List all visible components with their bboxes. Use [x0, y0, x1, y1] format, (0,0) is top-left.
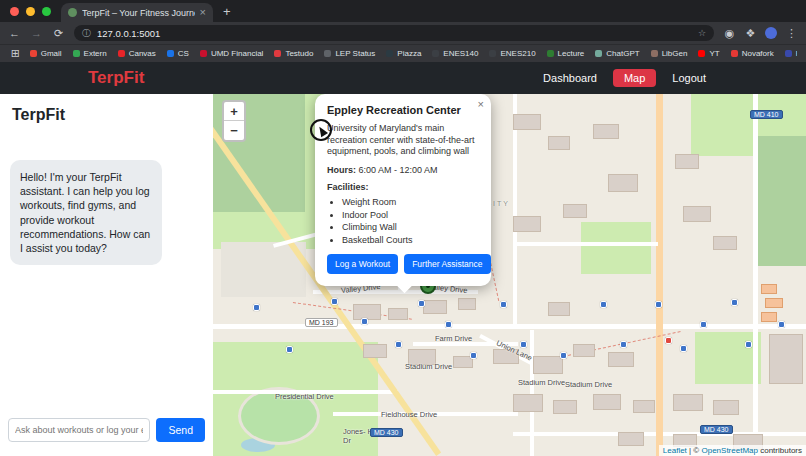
gym-marker[interactable]: [331, 298, 338, 305]
map[interactable]: + − × Eppley Recreation Center Universit…: [213, 94, 806, 456]
leaflet-link[interactable]: Leaflet: [663, 446, 687, 455]
toolbar-right-icons: ◉ ❖ ⋮: [723, 27, 798, 39]
bookmark-item[interactable]: ENES210: [489, 49, 535, 58]
map-building: [675, 154, 699, 169]
gym-marker[interactable]: [500, 301, 507, 308]
gym-marker[interactable]: [731, 299, 738, 306]
window-zoom-button[interactable]: [42, 7, 51, 16]
map-popup: × Eppley Recreation Center University of…: [315, 94, 491, 286]
new-tab-button[interactable]: +: [223, 4, 231, 19]
gym-marker[interactable]: [600, 301, 607, 308]
map-building: [553, 400, 577, 414]
gym-marker[interactable]: [361, 318, 368, 325]
gym-marker[interactable]: [620, 341, 627, 348]
gym-marker[interactable]: [655, 301, 662, 308]
bookmark-label: Gmail: [41, 49, 62, 58]
bookmark-favicon-icon: [651, 50, 658, 57]
map-building: [713, 400, 739, 415]
bookmarks-bar: ⊞ GmailExternCanvasCSUMD FinancialTestud…: [0, 44, 806, 62]
bookmark-star-icon[interactable]: ☆: [698, 28, 706, 38]
map-building: [548, 302, 570, 316]
bookmark-label: ENES210: [500, 49, 535, 58]
bookmark-item[interactable]: ENES140: [432, 49, 478, 58]
bookmark-item[interactable]: LEP Status: [324, 49, 375, 58]
address-bar[interactable]: ⓘ 127.0.0.1:5001 ☆: [74, 25, 714, 41]
profile-avatar[interactable]: [765, 27, 777, 39]
bookmark-item[interactable]: Testudo: [274, 49, 313, 58]
map-building: [618, 432, 644, 446]
gym-marker[interactable]: [286, 346, 293, 353]
route-badge: MD 193: [305, 318, 338, 327]
popup-close-button[interactable]: ×: [478, 98, 484, 110]
facilities-label: Facilities:: [327, 182, 479, 192]
bookmark-item[interactable]: FMAB: [785, 49, 797, 58]
gym-marker[interactable]: [253, 304, 260, 311]
bookmark-favicon-icon: [489, 50, 496, 57]
bookmark-item[interactable]: YT: [698, 49, 719, 58]
map-building: [458, 298, 476, 310]
sidebar-title: TerpFit: [12, 106, 203, 124]
nav-logout-link[interactable]: Logout: [672, 72, 706, 84]
facility-item: Basketball Courts: [342, 234, 479, 247]
map-building: [769, 334, 803, 384]
zoom-in-button[interactable]: +: [224, 102, 244, 121]
zoom-out-button[interactable]: −: [224, 121, 244, 140]
window-close-button[interactable]: [10, 7, 19, 16]
gym-marker[interactable]: [470, 352, 477, 359]
further-assistance-button[interactable]: Further Assistance: [404, 254, 490, 274]
route-badge: MD 430: [700, 425, 733, 434]
hours-label: Hours:: [327, 165, 356, 175]
bookmark-item[interactable]: ChatGPT: [595, 49, 639, 58]
facilities-list: Weight RoomIndoor PoolClimbing WallBaske…: [327, 196, 479, 246]
map-building: [608, 174, 638, 192]
bookmark-item[interactable]: Gmail: [30, 49, 62, 58]
gym-marker[interactable]: [778, 321, 785, 328]
reload-button[interactable]: ⟳: [52, 28, 65, 39]
bookmark-item[interactable]: Canvas: [118, 49, 156, 58]
chat-input[interactable]: [8, 418, 150, 442]
osm-link[interactable]: OpenStreetMap: [701, 446, 757, 455]
bookmark-item[interactable]: Extern: [73, 49, 107, 58]
nav-map-button[interactable]: Map: [613, 69, 656, 87]
gym-marker[interactable]: [560, 352, 567, 359]
apps-grid-icon[interactable]: ⊞: [9, 48, 22, 59]
gym-marker[interactable]: [445, 321, 452, 328]
window-minimize-button[interactable]: [26, 7, 35, 16]
bookmark-favicon-icon: [698, 50, 705, 57]
browser-tab-strip: TerpFit – Your Fitness Journe × +: [0, 0, 806, 22]
map-building: [513, 216, 541, 232]
bookmark-item[interactable]: CS: [167, 49, 189, 58]
send-button[interactable]: Send: [156, 418, 205, 442]
gym-marker[interactable]: [520, 341, 527, 348]
bookmark-item[interactable]: Lecture: [547, 49, 585, 58]
bookmark-item[interactable]: LibGen: [651, 49, 688, 58]
gym-marker[interactable]: [745, 341, 752, 348]
gym-marker[interactable]: [665, 337, 672, 344]
menu-kebab-icon[interactable]: ⋮: [785, 28, 798, 39]
bookmark-label: Testudo: [285, 49, 313, 58]
bookmark-favicon-icon: [274, 50, 281, 57]
nav-dashboard-link[interactable]: Dashboard: [543, 72, 597, 84]
bookmark-item[interactable]: Novafork: [731, 49, 774, 58]
bookmark-label: ENES140: [443, 49, 478, 58]
bookmark-item[interactable]: UMD Financial: [200, 49, 263, 58]
map-road: [753, 94, 758, 456]
gym-marker[interactable]: [418, 300, 425, 307]
extensions-icon[interactable]: ❖: [744, 28, 757, 39]
back-button[interactable]: ←: [8, 28, 21, 39]
site-info-icon[interactable]: ⓘ: [82, 27, 91, 40]
map-road-label: Stadium Drive: [565, 380, 612, 389]
gym-marker[interactable]: [700, 321, 707, 328]
gym-marker[interactable]: [680, 345, 687, 352]
assistant-message-bubble: Hello! I'm your TerpFit assistant. I can…: [10, 160, 162, 265]
hours-value: 6:00 AM - 12:00 AM: [359, 165, 438, 175]
tab-close-icon[interactable]: ×: [200, 7, 206, 18]
bookmark-item[interactable]: Piazza: [386, 49, 421, 58]
gym-marker[interactable]: [395, 341, 402, 348]
facility-item: Weight Room: [342, 196, 479, 209]
browser-tab[interactable]: TerpFit – Your Fitness Journe ×: [61, 3, 213, 22]
forward-button[interactable]: →: [30, 28, 43, 39]
bookmark-label: YT: [709, 49, 719, 58]
log-workout-button[interactable]: Log a Workout: [327, 254, 398, 274]
facility-item: Climbing Wall: [342, 221, 479, 234]
